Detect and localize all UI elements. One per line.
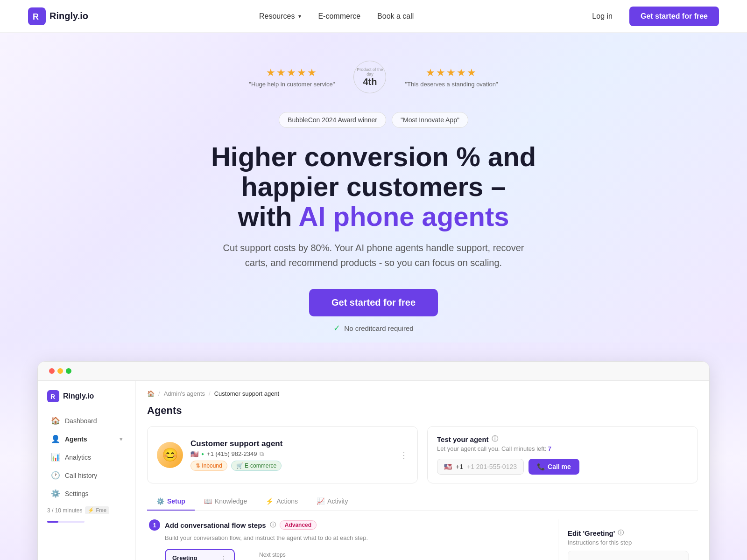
- script-box[interactable]: Welcome the caller and ask how you can a…: [568, 551, 689, 560]
- agents-icon: 👤: [51, 434, 60, 443]
- test-agent-title: Test your agent ⓘ: [437, 435, 688, 443]
- nav-links: Resources ▾ E-commerce Book a call: [259, 12, 414, 21]
- more-options-icon[interactable]: ⋮: [400, 450, 408, 460]
- flow-section: 1 Add conversational flow steps ⓘ Advanc…: [147, 519, 558, 560]
- analytics-icon: 📊: [51, 453, 60, 462]
- sidebar-item-dashboard[interactable]: 🏠 Dashboard: [42, 412, 132, 430]
- close-dot: [49, 368, 55, 374]
- phone-call-icon: 📞: [537, 463, 545, 470]
- setup-tab-icon: ⚙️: [156, 497, 164, 505]
- step-info-icon: ⓘ: [270, 521, 276, 529]
- copy-icon[interactable]: ⧉: [260, 450, 264, 458]
- greeting-node-wrap: Greeting ↩ Starting step ⋮: [165, 549, 235, 560]
- ecommerce-icon: 🛒: [236, 462, 243, 469]
- hero-headline: Higher conversion % and happier customer…: [163, 142, 584, 231]
- logo-icon: R: [28, 7, 46, 25]
- breadcrumb-home-icon: 🏠: [147, 390, 155, 397]
- flow-next: Next steps Problem handling: [259, 552, 324, 560]
- sidebar-item-callhistory[interactable]: 🕐 Call history: [42, 466, 132, 484]
- test-agent-subtitle: Let your agent call you. Call minutes le…: [437, 445, 688, 452]
- top-cards: 😊 Customer support agent 🇺🇸 ● +1 (415) 9…: [147, 426, 698, 483]
- logo-text: Ringly.io: [49, 11, 88, 21]
- phone-prefix: +1: [456, 463, 463, 470]
- hero-ratings: ★★★★★ "Huge help in customer service" Pr…: [28, 61, 719, 93]
- step-header: 1 Add conversational flow steps ⓘ Advanc…: [149, 519, 556, 531]
- agent-tags: ⇅ Inbound 🛒 E-commerce: [190, 461, 282, 471]
- hero-highlight: AI phone agents: [298, 201, 509, 231]
- maximize-dot: [66, 368, 71, 374]
- minimize-dot: [57, 368, 63, 374]
- agent-tabs: ⚙️ Setup 📖 Knowledge ⚡ Actions 📈 Activit…: [147, 493, 698, 511]
- settings-icon: ⚙️: [51, 489, 60, 498]
- step-description: Build your conversation flow, and instru…: [165, 534, 556, 541]
- info-icon: ⓘ: [492, 435, 498, 443]
- rating-text-left: "Huge help in customer service": [249, 81, 335, 88]
- agent-avatar: 😊: [157, 442, 183, 468]
- svg-text:R: R: [33, 12, 39, 21]
- agent-phone: 🇺🇸 ● +1 (415) 982-2349 ⧉: [190, 450, 282, 458]
- window-controls: [49, 368, 71, 374]
- greeting-node[interactable]: Greeting ↩ Starting step ⋮: [165, 549, 235, 560]
- plan-icon: ⚡: [88, 507, 94, 513]
- award-badge-2: "Most Innovate App": [392, 112, 468, 128]
- edit-panel: Edit 'Greeting' ⓘ Instructions for this …: [558, 519, 698, 560]
- sidebar-item-analytics-label: Analytics: [65, 454, 122, 461]
- chevron-down-icon: ▾: [120, 436, 122, 442]
- breadcrumb-agents[interactable]: Admin's agents: [164, 390, 205, 397]
- nav-actions: Log in Get started for free: [585, 7, 719, 26]
- actions-tab-icon: ⚡: [266, 497, 274, 505]
- tab-setup[interactable]: ⚙️ Setup: [147, 493, 195, 511]
- page-title: Agents: [147, 405, 698, 417]
- sidebar-item-analytics[interactable]: 📊 Analytics: [42, 448, 132, 466]
- tab-knowledge[interactable]: 📖 Knowledge: [195, 493, 256, 511]
- flow-arrow-icon: →: [242, 557, 252, 560]
- chevron-down-icon: ▾: [298, 13, 301, 20]
- no-cc-notice: ✓ No creditcard required: [28, 323, 719, 333]
- flow-canvas: Greeting ↩ Starting step ⋮: [165, 549, 556, 560]
- tag-inbound: ⇅ Inbound: [190, 461, 227, 471]
- sidebar-item-settings[interactable]: ⚙️ Settings: [42, 484, 132, 503]
- stars-right: ★★★★★: [426, 67, 477, 79]
- rating-left: ★★★★★ "Huge help in customer service": [249, 67, 335, 88]
- activity-tab-icon: 📈: [317, 497, 324, 505]
- sidebar-item-settings-label: Settings: [65, 490, 122, 497]
- svg-text:R: R: [50, 393, 55, 400]
- flow-and-panel: 1 Add conversational flow steps ⓘ Advanc…: [147, 519, 698, 560]
- get-started-hero-button[interactable]: Get started for free: [309, 289, 438, 316]
- sidebar-item-agents[interactable]: 👤 Agents ▾: [42, 430, 132, 448]
- tab-actions[interactable]: ⚡ Actions: [256, 493, 307, 511]
- sidebar-logo: R Ringly.io: [38, 390, 135, 412]
- edit-panel-title: Edit 'Greeting' ⓘ: [568, 529, 689, 537]
- instructions-label: Instructions for this step: [568, 539, 689, 546]
- nav-resources[interactable]: Resources ▾: [259, 12, 301, 21]
- home-icon: 🏠: [51, 416, 60, 425]
- sidebar: R Ringly.io 🏠 Dashboard 👤 Agents ▾ 📊 Ana…: [38, 381, 136, 560]
- award-badge-1: BubbleCon 2024 Award winner: [279, 112, 386, 128]
- us-flag-icon: 🇺🇸: [444, 463, 452, 470]
- free-badge: ⚡ Free: [85, 506, 109, 514]
- call-me-button[interactable]: 📞 Call me: [529, 459, 579, 475]
- phone-dot: ●: [201, 451, 204, 456]
- app-window: R Ringly.io 🏠 Dashboard 👤 Agents ▾ 📊 Ana…: [37, 361, 710, 560]
- agent-details: Customer support agent 🇺🇸 ● +1 (415) 982…: [190, 439, 282, 471]
- sidebar-logo-text: Ringly.io: [63, 392, 94, 400]
- login-button[interactable]: Log in: [585, 8, 620, 24]
- edit-info-icon: ⓘ: [618, 529, 624, 537]
- navbar: R Ringly.io Resources ▾ E-commerce Book …: [0, 0, 747, 33]
- app-preview-section: R Ringly.io 🏠 Dashboard 👤 Agents ▾ 📊 Ana…: [0, 343, 747, 560]
- node-more-icon[interactable]: ⋮: [220, 554, 227, 560]
- check-icon: ✓: [333, 323, 340, 333]
- flag-icon: 🇺🇸: [190, 450, 198, 458]
- knowledge-tab-icon: 📖: [204, 497, 212, 505]
- product-of-day: Product of the day 4th: [353, 61, 386, 93]
- tab-activity[interactable]: 📈 Activity: [307, 493, 357, 511]
- advanced-badge: Advanced: [280, 520, 317, 530]
- rating-right: ★★★★★ "This deserves a standing ovation": [405, 67, 498, 88]
- logo[interactable]: R Ringly.io: [28, 7, 88, 25]
- get-started-nav-button[interactable]: Get started for free: [629, 7, 719, 26]
- nav-book-call[interactable]: Book a call: [377, 12, 414, 21]
- tag-ecommerce: 🛒 E-commerce: [231, 461, 282, 471]
- test-agent-panel: Test your agent ⓘ Let your agent call yo…: [427, 426, 698, 483]
- nav-ecommerce[interactable]: E-commerce: [318, 12, 360, 21]
- plan-progress-bar: [47, 521, 85, 523]
